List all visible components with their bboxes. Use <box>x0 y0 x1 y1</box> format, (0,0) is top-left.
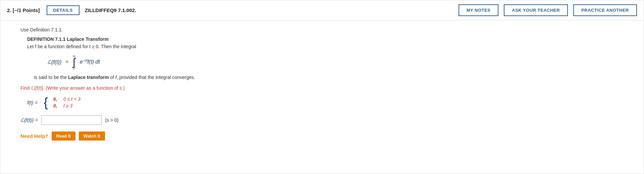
integrand: e−stf(t) dt <box>78 59 100 65</box>
definition-text: Let f be a function defined for t ≥ 0. T… <box>27 44 624 49</box>
answer-label: ℒ{f(t)} = <box>20 117 38 123</box>
answer-row: ℒ{f(t)} = (s > 0) <box>20 115 624 125</box>
case-cond-1: 0 ≤ t < 3 <box>63 96 80 102</box>
formula-lhs: ℒ{f(t)} <box>47 59 61 65</box>
piecewise-label: f(t) = <box>27 100 38 105</box>
formula-equals: = <box>65 59 68 65</box>
details-button[interactable]: DETAILS <box>47 5 79 15</box>
definition-box: DEFINITION 7.1.1 Laplace Transform Let f… <box>20 36 624 80</box>
answer-input[interactable] <box>41 115 102 125</box>
content-area: Use Definition 7.1.1. DEFINITION 7.1.1 L… <box>0 20 644 151</box>
header-bar: 2. [–/1 Points] DETAILS ZILLDIFFEQ9 7.1.… <box>0 0 644 20</box>
read-it-button[interactable]: Read It <box>52 132 75 141</box>
watch-it-button[interactable]: Watch It <box>79 132 105 141</box>
my-notes-button[interactable]: MY NOTES <box>459 4 499 16</box>
piecewise-cases: 6, 0 ≤ t < 3 0, t ≥ 3 <box>53 96 80 108</box>
ask-teacher-button[interactable]: ASK YOUR TEACHER <box>504 4 568 16</box>
formula-block: ℒ{f(t)} = ∞ ∫ 0 e−stf(t) dt <box>47 54 624 70</box>
find-text: Find ℒ{f(t)}. (Write your answer as a fu… <box>20 85 624 91</box>
problem-code: ZILLDIFFEQ9 7.1.002. <box>85 7 136 13</box>
converges-text: is said to be the Laplace transform of f… <box>27 75 624 80</box>
case-val-1: 6, <box>53 96 59 102</box>
problem-label: 2. [–/1 Points] <box>7 7 40 13</box>
integral-lower: 0 <box>73 66 75 70</box>
piecewise-section: f(t) = { 6, 0 ≤ t < 3 0, t ≥ 3 <box>27 96 624 109</box>
case-cond-2: t ≥ 3 <box>63 103 72 108</box>
case-val-2: 0, <box>53 103 59 108</box>
integral-container: ∞ ∫ 0 <box>73 54 76 70</box>
intro-text: Use Definition 7.1.1. <box>20 27 624 32</box>
page-wrapper: 2. [–/1 Points] DETAILS ZILLDIFFEQ9 7.1.… <box>0 0 644 174</box>
need-help-label: Need Help? <box>20 133 48 139</box>
open-brace: { <box>44 96 48 109</box>
definition-title: DEFINITION 7.1.1 Laplace Transform <box>27 36 624 42</box>
answer-condition: (s > 0) <box>105 117 118 123</box>
case-row-2: 0, t ≥ 3 <box>53 103 80 108</box>
practice-another-button[interactable]: PRACTICE ANOTHER <box>573 4 637 16</box>
case-row-1: 6, 0 ≤ t < 3 <box>53 96 80 102</box>
need-help-row: Need Help? Read It Watch It <box>20 132 624 141</box>
